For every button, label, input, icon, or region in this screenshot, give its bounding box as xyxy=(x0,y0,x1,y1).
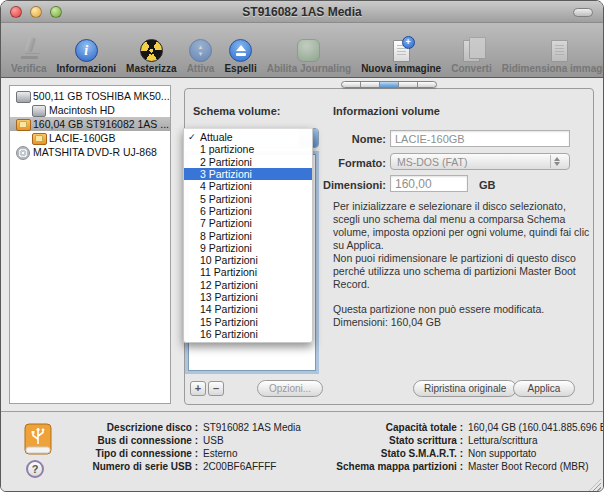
content-area: 500,11 GB TOSHIBA MK50... Macintosh HD 1… xyxy=(1,78,603,411)
toolbar-ridimensiona-immagine[interactable]: Ridimensiona immagine xyxy=(498,40,604,74)
menu-item[interactable]: 5 Partizioni xyxy=(184,192,312,204)
sidebar-item-toshiba-disk[interactable]: 500,11 GB TOSHIBA MK50... xyxy=(10,89,170,103)
help-button[interactable]: ? xyxy=(26,460,44,478)
info-row: Bus di connessione : USB xyxy=(56,434,304,447)
menu-item[interactable]: 6 Partizioni xyxy=(184,205,312,217)
device-list: 500,11 GB TOSHIBA MK50... Macintosh HD 1… xyxy=(9,85,171,404)
burn-icon xyxy=(140,39,163,62)
tab-ripristina[interactable] xyxy=(417,82,436,87)
size-field[interactable] xyxy=(390,175,468,192)
toolbar-attiva[interactable]: Attiva xyxy=(183,39,219,74)
add-partition-button[interactable]: + xyxy=(190,381,206,396)
menu-item[interactable]: 7 Partizioni xyxy=(184,217,312,229)
stepper-arrows-icon xyxy=(550,155,563,168)
titlebar: ST916082 1AS Media xyxy=(1,1,603,23)
info-row: Stato S.M.A.R.T. : Non supportato xyxy=(301,447,601,460)
info-row: Numero di serie USB : 2C00BF6AFFFF xyxy=(56,460,304,473)
internal-disk-icon xyxy=(16,90,30,102)
toolbar-abilita-journaling[interactable]: Abilita Journaling xyxy=(263,39,355,74)
toolbar-verifica[interactable]: Verifica xyxy=(7,34,51,74)
volume-scheme-label: Schema volume: xyxy=(193,105,280,117)
info-row: Schema mappa partizioni : Master Boot Re… xyxy=(301,460,601,473)
status-bar: ? Descrizione disco : ST916082 1AS Media… xyxy=(1,411,603,492)
new-image-icon xyxy=(393,40,410,62)
size-label: Dimensioni: xyxy=(319,179,386,191)
sidebar-item-macintosh-hd[interactable]: Macintosh HD xyxy=(10,103,170,117)
tab-bar xyxy=(184,81,594,88)
name-field[interactable] xyxy=(390,130,570,147)
toolbar-informazioni[interactable]: Informazioni xyxy=(53,39,120,74)
menu-item[interactable]: 16 Partizioni xyxy=(184,328,312,340)
checkmark-icon: ✓ xyxy=(188,132,200,142)
menu-item[interactable]: 12 Partizioni xyxy=(184,279,312,291)
tab-raid[interactable] xyxy=(398,82,417,87)
menu-item[interactable]: 1 partizione xyxy=(184,143,312,155)
help-text: Per inizializzare e selezionare il disco… xyxy=(333,200,595,329)
options-button[interactable]: Opzioni... xyxy=(257,380,323,397)
menu-item[interactable]: 4 Partizioni xyxy=(184,180,312,192)
volume-icon xyxy=(32,104,46,116)
window-title: ST916082 1AS Media xyxy=(1,5,603,19)
journaling-icon xyxy=(297,39,320,62)
menu-item[interactable]: ✓ Attuale xyxy=(184,131,312,143)
menu-item[interactable]: 8 Partizioni xyxy=(184,229,312,241)
info-row: Descrizione disco : ST916082 1AS Media xyxy=(56,421,304,434)
menu-item[interactable]: 9 Partizioni xyxy=(184,242,312,254)
toolbar-converti[interactable]: Converti xyxy=(447,40,496,74)
resize-image-icon xyxy=(551,40,568,62)
format-label: Formato: xyxy=(319,157,386,169)
toolbar-toggle-button[interactable] xyxy=(573,8,593,17)
sidebar-item-matshita-dvd[interactable]: MATSHITA DVD-R UJ-868 xyxy=(10,145,170,159)
info-row: Capacità totale : 160,04 GB (160.041.885… xyxy=(301,421,601,434)
tab-inizializza[interactable] xyxy=(360,82,379,87)
resize-grip[interactable] xyxy=(589,479,601,491)
toolbar: Verifica Informazioni Masterizza Attiva … xyxy=(1,23,603,78)
info-icon xyxy=(75,39,98,62)
toolbar-masterizza[interactable]: Masterizza xyxy=(122,39,181,74)
format-popup[interactable]: MS-DOS (FAT) xyxy=(390,153,570,170)
menu-item[interactable]: 11 Partizioni xyxy=(184,266,312,278)
apply-button[interactable]: Applica xyxy=(513,380,575,397)
tab-partiziona[interactable] xyxy=(379,82,398,87)
disk-utility-window: ST916082 1AS Media Verifica Informazioni… xyxy=(0,0,604,492)
mount-icon xyxy=(189,39,212,62)
eject-icon xyxy=(229,39,252,62)
toolbar-nuova-immagine[interactable]: Nuova immagine xyxy=(357,40,445,74)
remove-partition-button[interactable]: – xyxy=(208,381,224,396)
menu-item[interactable]: 2 Partizioni xyxy=(184,156,312,168)
convert-icon xyxy=(463,40,480,62)
info-row: Tipo di connessione : Esterno xyxy=(56,447,304,460)
optical-disc-icon xyxy=(16,146,30,158)
name-label: Nome: xyxy=(319,133,386,145)
menu-item[interactable]: 15 Partizioni xyxy=(184,315,312,327)
toolbar-espelli[interactable]: Espelli xyxy=(220,39,260,74)
microscope-icon xyxy=(14,34,44,62)
tab-sos[interactable] xyxy=(342,82,360,87)
menu-item[interactable]: 3 Partizioni xyxy=(184,168,312,180)
usb-volume-icon xyxy=(32,132,46,144)
volume-scheme-menu: ✓ Attuale 1 partizione 2 Partizioni 3 Pa… xyxy=(183,128,313,343)
sidebar-item-st916082-disk[interactable]: 160,04 GB ST916082 1AS ... xyxy=(10,117,170,131)
disk-info-left: Descrizione disco : ST916082 1AS Media B… xyxy=(56,421,304,473)
sidebar-item-lacie-volume[interactable]: LACIE-160GB xyxy=(10,131,170,145)
disk-info-right: Capacità totale : 160,04 GB (160.041.885… xyxy=(301,421,601,473)
size-unit-label: GB xyxy=(479,179,496,191)
usb-drive-icon xyxy=(23,423,53,455)
usb-disk-icon xyxy=(16,118,30,130)
revert-button[interactable]: Ripristina originale xyxy=(413,380,517,397)
menu-item[interactable]: 14 Partizioni xyxy=(184,303,312,315)
menu-item[interactable]: 10 Partizioni xyxy=(184,254,312,266)
info-row: Stato scrittura : Lettura/scrittura xyxy=(301,434,601,447)
note-text: Questa partizione non può essere modific… xyxy=(333,303,595,316)
volume-info-title: Informazioni volume xyxy=(333,105,440,117)
menu-item[interactable]: 13 Partizioni xyxy=(184,291,312,303)
